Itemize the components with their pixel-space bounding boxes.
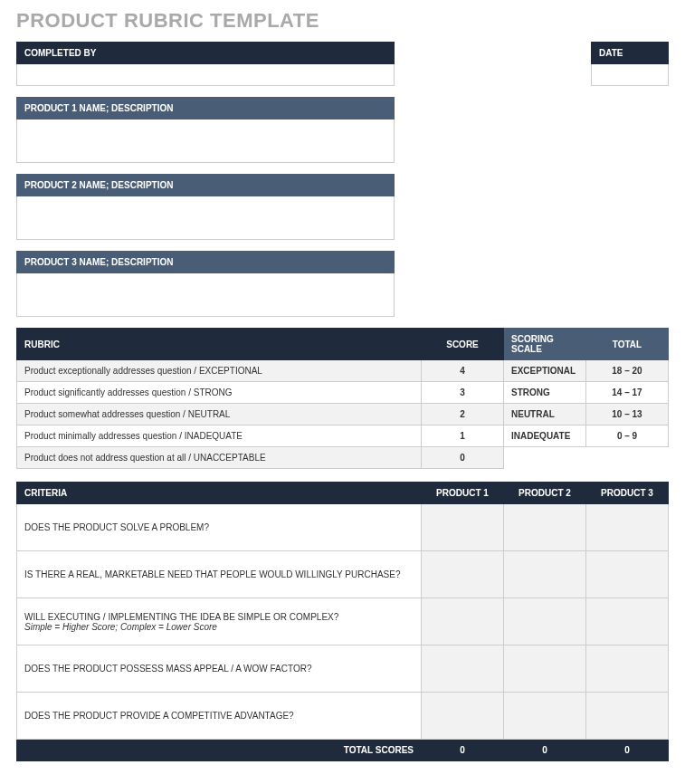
criteria-note: Simple = Higher Score; Complex = Lower S… xyxy=(24,622,414,632)
rubric-score: 2 xyxy=(422,404,504,425)
rubric-total: 0 – 9 xyxy=(586,425,669,447)
rubric-total: 14 – 17 xyxy=(586,382,669,404)
criteria-p3-input[interactable] xyxy=(586,645,669,693)
rubric-row: Product significantly addresses question… xyxy=(17,382,669,404)
criteria-p1-input[interactable] xyxy=(422,693,504,740)
criteria-text: WILL EXECUTING / IMPLEMENTING THE IDEA B… xyxy=(17,598,422,645)
criteria-text: DOES THE PRODUCT POSSESS MASS APPEAL / A… xyxy=(17,645,422,693)
rubric-desc: Product minimally addresses question / I… xyxy=(17,425,422,447)
rubric-total-empty xyxy=(586,447,669,469)
criteria-p1-input[interactable] xyxy=(422,504,504,551)
criteria-header-p3: PRODUCT 3 xyxy=(586,483,669,504)
criteria-header-criteria: CRITERIA xyxy=(17,483,422,504)
criteria-p3-input[interactable] xyxy=(586,504,669,551)
rubric-score: 1 xyxy=(422,425,504,447)
criteria-row: DOES THE PRODUCT SOLVE A PROBLEM? xyxy=(17,504,669,551)
date-block: DATE xyxy=(591,42,669,86)
criteria-p3-input[interactable] xyxy=(586,598,669,645)
product-3-block: PRODUCT 3 NAME; DESCRIPTION xyxy=(16,251,395,317)
rubric-score: 3 xyxy=(422,382,504,404)
totals-p1: 0 xyxy=(422,740,504,761)
rubric-score: 4 xyxy=(422,360,504,382)
totals-p2: 0 xyxy=(504,740,586,761)
rubric-total: 10 – 13 xyxy=(586,404,669,425)
rubric-header-total: TOTAL xyxy=(586,329,669,360)
rubric-header-scale: SCORING SCALE xyxy=(504,329,586,360)
product-2-label: PRODUCT 2 NAME; DESCRIPTION xyxy=(16,174,395,196)
criteria-p1-input[interactable] xyxy=(422,598,504,645)
rubric-header-rubric: RUBRIC xyxy=(17,329,422,360)
criteria-p1-input[interactable] xyxy=(422,551,504,598)
rubric-total: 18 – 20 xyxy=(586,360,669,382)
criteria-p2-input[interactable] xyxy=(504,645,586,693)
criteria-header-p2: PRODUCT 2 xyxy=(504,483,586,504)
criteria-row: IS THERE A REAL, MARKETABLE NEED THAT PE… xyxy=(17,551,669,598)
page-title: PRODUCT RUBRIC TEMPLATE xyxy=(16,9,669,33)
rubric-row: Product exceptionally addresses question… xyxy=(17,360,669,382)
rubric-scale: NEUTRAL xyxy=(504,404,586,425)
criteria-row: DOES THE PRODUCT PROVIDE A COMPETITIVE A… xyxy=(17,693,669,740)
rubric-row: Product minimally addresses question / I… xyxy=(17,425,669,447)
criteria-table: CRITERIA PRODUCT 1 PRODUCT 2 PRODUCT 3 D… xyxy=(16,482,669,761)
rubric-scale-empty xyxy=(504,447,586,469)
totals-p3: 0 xyxy=(586,740,669,761)
criteria-p3-input[interactable] xyxy=(586,693,669,740)
date-label: DATE xyxy=(591,42,669,64)
rubric-score: 0 xyxy=(422,447,504,469)
completed-by-label: COMPLETED BY xyxy=(16,42,395,64)
rubric-row: Product somewhat addresses question / NE… xyxy=(17,404,669,425)
criteria-p2-input[interactable] xyxy=(504,693,586,740)
rubric-table: RUBRIC SCORE SCORING SCALE TOTAL Product… xyxy=(16,328,669,469)
completed-by-block: COMPLETED BY xyxy=(16,42,395,86)
criteria-header-p1: PRODUCT 1 xyxy=(422,483,504,504)
criteria-text: DOES THE PRODUCT SOLVE A PROBLEM? xyxy=(17,504,422,551)
rubric-header-score: SCORE xyxy=(422,329,504,360)
rubric-scale: INADEQUATE xyxy=(504,425,586,447)
product-1-label: PRODUCT 1 NAME; DESCRIPTION xyxy=(16,97,395,120)
rubric-scale: STRONG xyxy=(504,382,586,404)
product-2-input[interactable] xyxy=(16,196,395,240)
rubric-row: Product does not address question at all… xyxy=(17,447,669,469)
product-2-block: PRODUCT 2 NAME; DESCRIPTION xyxy=(16,174,395,240)
rubric-desc: Product exceptionally addresses question… xyxy=(17,360,422,382)
criteria-p2-input[interactable] xyxy=(504,551,586,598)
criteria-text: IS THERE A REAL, MARKETABLE NEED THAT PE… xyxy=(17,551,422,598)
product-3-label: PRODUCT 3 NAME; DESCRIPTION xyxy=(16,251,395,273)
totals-label: TOTAL SCORES xyxy=(17,740,422,761)
totals-row: TOTAL SCORES 0 0 0 xyxy=(17,740,669,761)
product-3-input[interactable] xyxy=(16,273,395,317)
completed-by-input[interactable] xyxy=(16,64,395,86)
criteria-row: WILL EXECUTING / IMPLEMENTING THE IDEA B… xyxy=(17,598,669,645)
criteria-p2-input[interactable] xyxy=(504,504,586,551)
date-input[interactable] xyxy=(591,64,669,86)
rubric-desc: Product does not address question at all… xyxy=(17,447,422,469)
rubric-scale: EXCEPTIONAL xyxy=(504,360,586,382)
criteria-p3-input[interactable] xyxy=(586,551,669,598)
criteria-p1-input[interactable] xyxy=(422,645,504,693)
criteria-row: DOES THE PRODUCT POSSESS MASS APPEAL / A… xyxy=(17,645,669,693)
criteria-text: DOES THE PRODUCT PROVIDE A COMPETITIVE A… xyxy=(17,693,422,740)
rubric-desc: Product significantly addresses question… xyxy=(17,382,422,404)
product-1-block: PRODUCT 1 NAME; DESCRIPTION xyxy=(16,97,395,163)
criteria-p2-input[interactable] xyxy=(504,598,586,645)
product-1-input[interactable] xyxy=(16,120,395,163)
rubric-desc: Product somewhat addresses question / NE… xyxy=(17,404,422,425)
